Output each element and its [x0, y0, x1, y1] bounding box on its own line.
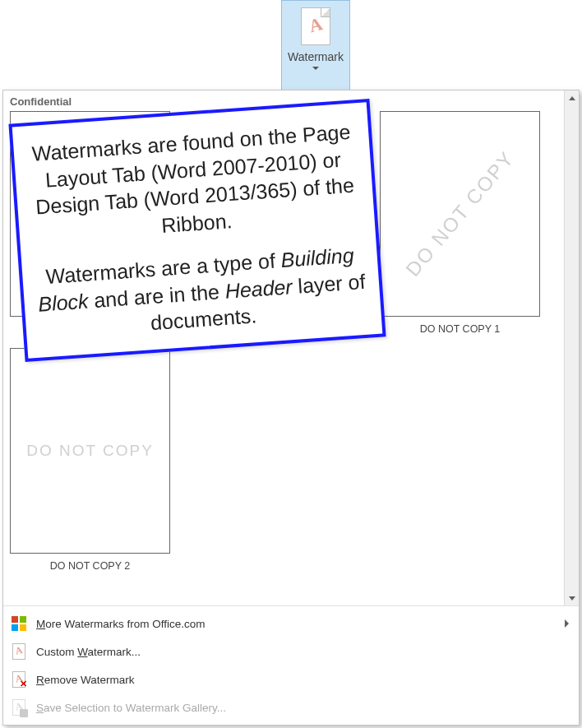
annotation-callout: Watermarks are found on the Page Layout … — [8, 99, 386, 361]
arrow-up-icon — [569, 96, 575, 100]
menu-remove-watermark[interactable]: A✕ Remove Watermark — [3, 665, 579, 693]
annotation-paragraph-2: Watermarks are a type of Building Block … — [35, 241, 368, 344]
watermark-ribbon-button[interactable]: A Watermark — [281, 0, 350, 90]
gallery-scrollbar[interactable] — [564, 90, 579, 605]
menu-label: Remove Watermark — [36, 674, 135, 686]
watermark-icon-letter: A — [307, 13, 325, 37]
scroll-down-button[interactable] — [565, 591, 579, 605]
menu-save-selection: A Save Selection to Watermark Gallery... — [3, 693, 579, 721]
menu-more-watermarks[interactable]: More Watermarks from Office.com — [3, 610, 579, 638]
watermark-button-label: Watermark — [288, 50, 344, 63]
thumb-caption: DO NOT COPY 2 — [50, 560, 130, 572]
menu-label: Custom Watermark... — [36, 646, 141, 658]
page-save-icon: A — [10, 698, 28, 716]
thumb-preview: DO NOT COPY — [380, 111, 540, 317]
menu-label: Save Selection to Watermark Gallery... — [36, 702, 226, 714]
office-icon — [10, 614, 28, 633]
annotation-paragraph-1: Watermarks are found on the Page Layout … — [26, 118, 362, 248]
menu-label: More Watermarks from Office.com — [36, 618, 206, 630]
menu-custom-watermark[interactable]: A Custom Watermark... — [3, 638, 579, 665]
watermark-thumb-donotcopy-2[interactable]: DO NOT COPY DO NOT COPY 2 — [10, 348, 170, 572]
thumb-caption: DO NOT COPY 1 — [420, 323, 500, 335]
page-remove-icon: A✕ — [10, 670, 28, 689]
watermark-text: DO NOT COPY — [26, 442, 154, 460]
watermark-thumb-donotcopy-1[interactable]: DO NOT COPY DO NOT COPY 1 — [380, 111, 540, 335]
watermark-text: DO NOT COPY — [401, 146, 519, 281]
chevron-down-icon — [312, 67, 319, 70]
chevron-right-icon — [565, 619, 569, 628]
arrow-down-icon — [569, 596, 575, 600]
page-icon: A — [10, 642, 28, 661]
thumb-preview: DO NOT COPY — [10, 348, 170, 554]
scroll-up-button[interactable] — [565, 90, 579, 105]
menu-list: More Watermarks from Office.com A Custom… — [3, 605, 579, 725]
watermark-icon: A — [301, 7, 330, 45]
